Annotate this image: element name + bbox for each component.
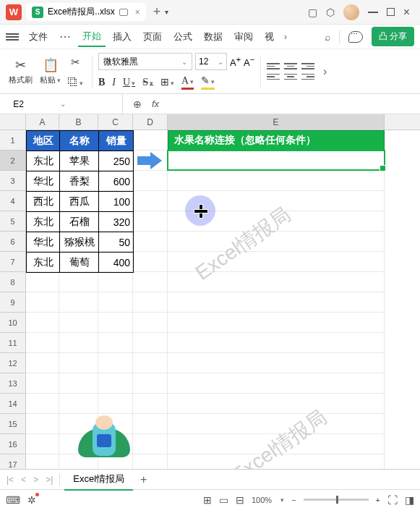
scissors-icon[interactable]: ✂ bbox=[71, 56, 80, 69]
row-header[interactable]: 9 bbox=[0, 292, 26, 313]
menu-page[interactable]: 页面 bbox=[139, 27, 166, 46]
view-normal-icon[interactable]: ⊞ bbox=[203, 494, 212, 506]
table-row[interactable]: 东北苹果250 bbox=[27, 151, 134, 171]
font-size-select[interactable]: 12⌄ bbox=[195, 53, 227, 70]
row-header[interactable]: 12 bbox=[0, 353, 26, 373]
col-header-E[interactable]: E bbox=[168, 114, 385, 130]
new-tab-button[interactable]: + bbox=[153, 4, 161, 20]
cell-reference[interactable]: E2⌄ bbox=[0, 94, 123, 114]
fx-label[interactable]: fx bbox=[152, 98, 159, 109]
toolbar-expand-icon[interactable]: › bbox=[323, 65, 327, 78]
selected-cell-E2[interactable] bbox=[167, 150, 385, 171]
avatar[interactable] bbox=[343, 4, 359, 20]
row-header[interactable]: 5 bbox=[0, 211, 26, 232]
add-sheet-button[interactable]: + bbox=[140, 473, 147, 486]
row-header[interactable]: 1 bbox=[0, 130, 26, 151]
row-header[interactable]: 2 bbox=[0, 151, 26, 171]
row-header[interactable]: 13 bbox=[0, 373, 26, 394]
row-header[interactable]: 15 bbox=[0, 414, 26, 434]
align-top-icon[interactable] bbox=[267, 63, 280, 69]
row-header[interactable]: 6 bbox=[0, 232, 26, 252]
format-brush[interactable]: ✂ 格式刷 bbox=[6, 57, 35, 85]
view-layout-icon[interactable]: ⊟ bbox=[236, 494, 244, 506]
align-right-icon[interactable] bbox=[301, 74, 314, 80]
close-tab-icon[interactable]: × bbox=[135, 7, 140, 17]
menu-more-icon[interactable]: ⋯ bbox=[59, 30, 71, 43]
row-header[interactable]: 7 bbox=[0, 252, 26, 272]
sheet-nav-next[interactable]: > bbox=[31, 475, 40, 485]
row-header[interactable]: 3 bbox=[0, 171, 26, 191]
row-header[interactable]: 4 bbox=[0, 191, 26, 211]
maximize-button[interactable] bbox=[387, 8, 395, 16]
row-header[interactable]: 16 bbox=[0, 434, 26, 454]
align-left-icon[interactable] bbox=[267, 74, 280, 80]
book-icon[interactable]: ▢ bbox=[308, 7, 317, 18]
select-all-corner[interactable] bbox=[0, 114, 26, 130]
row-header[interactable]: 8 bbox=[0, 272, 26, 292]
table-row[interactable]: 西北西瓜100 bbox=[27, 192, 134, 212]
dropdown-icon[interactable]: ▾ bbox=[165, 8, 168, 16]
view-page-icon[interactable]: ▭ bbox=[219, 494, 228, 506]
search-icon[interactable]: ⌕ bbox=[325, 31, 330, 43]
zoom-in-button[interactable]: + bbox=[376, 496, 380, 504]
share-button[interactable]: 凸分享 bbox=[372, 27, 414, 46]
strike-button[interactable]: S▾ bbox=[142, 77, 153, 88]
sheet-nav-prev[interactable]: < bbox=[19, 475, 28, 485]
cube-icon[interactable]: ⬡ bbox=[326, 7, 335, 18]
italic-button[interactable]: I bbox=[112, 77, 116, 88]
menu-formula[interactable]: 公式 bbox=[169, 27, 197, 46]
bold-button[interactable]: B bbox=[98, 77, 105, 88]
th-name[interactable]: 名称 bbox=[60, 131, 99, 151]
menu-file[interactable]: 文件 bbox=[25, 27, 52, 46]
col-header-A[interactable]: A bbox=[26, 114, 59, 130]
border-button[interactable]: ⊞▾ bbox=[160, 76, 174, 88]
hamburger-icon[interactable] bbox=[6, 33, 19, 41]
th-sales[interactable]: 销量 bbox=[99, 131, 134, 151]
copy-icon[interactable]: ⿻▾ bbox=[68, 76, 83, 88]
zoom-slider[interactable] bbox=[304, 499, 369, 501]
keyboard-icon[interactable]: ⌨ bbox=[6, 494, 20, 506]
wps-logo[interactable]: W bbox=[6, 4, 22, 20]
row-header[interactable]: 10 bbox=[0, 313, 26, 333]
align-middle-icon[interactable] bbox=[284, 63, 297, 69]
th-region[interactable]: 地区 bbox=[27, 131, 60, 151]
font-color-button[interactable]: A▾ bbox=[181, 75, 194, 90]
table-row[interactable]: 华北猕猴桃50 bbox=[27, 232, 134, 253]
sheet-nav-first[interactable]: |< bbox=[4, 475, 16, 485]
fill-color-button[interactable]: ✎▾ bbox=[201, 75, 215, 90]
font-increase-icon[interactable]: A+ bbox=[230, 55, 241, 68]
chat-icon[interactable] bbox=[348, 31, 363, 43]
underline-button[interactable]: U▾ bbox=[123, 77, 135, 88]
close-window-button[interactable]: × bbox=[403, 6, 410, 19]
menu-review[interactable]: 审阅 bbox=[230, 27, 257, 46]
zoom-out-button[interactable]: − bbox=[291, 496, 296, 504]
sheet-nav-last[interactable]: >| bbox=[43, 475, 55, 485]
align-center-icon[interactable] bbox=[284, 74, 297, 80]
font-select[interactable]: 微软雅黑⌄ bbox=[98, 53, 192, 70]
menu-view[interactable]: 视 bbox=[260, 27, 278, 46]
menu-data[interactable]: 数据 bbox=[200, 27, 227, 46]
spreadsheet-grid[interactable]: A B C D E 123456789101112131415161718 地区… bbox=[0, 114, 420, 469]
align-bottom-icon[interactable] bbox=[301, 63, 314, 69]
col-header-D[interactable]: D bbox=[133, 114, 168, 130]
menu-insert[interactable]: 插入 bbox=[108, 27, 136, 46]
zoom-value[interactable]: 100% bbox=[252, 496, 272, 504]
cut-copy[interactable]: ✂ ⿻▾ bbox=[65, 56, 86, 88]
green-header-cell[interactable]: 水果名称连接（忽略任何条件） bbox=[168, 130, 385, 151]
row-header[interactable]: 14 bbox=[0, 394, 26, 414]
row-header[interactable]: 11 bbox=[0, 333, 26, 353]
table-row[interactable]: 华北香梨600 bbox=[27, 171, 134, 192]
sidebar-icon[interactable]: ◨ bbox=[405, 494, 414, 506]
minimize-button[interactable] bbox=[368, 12, 378, 13]
window-state-icon[interactable] bbox=[119, 9, 128, 16]
row-header[interactable]: 17 bbox=[0, 454, 26, 469]
menu-home[interactable]: 开始 bbox=[78, 27, 106, 47]
font-decrease-icon[interactable]: A− bbox=[244, 55, 254, 68]
paste[interactable]: 📋 粘贴▾ bbox=[37, 57, 64, 85]
fullscreen-icon[interactable]: ⛶ bbox=[387, 494, 398, 506]
sheet-tab-active[interactable]: Excel情报局 bbox=[64, 469, 133, 491]
menu-scroll-icon[interactable]: › bbox=[284, 32, 287, 42]
settings-icon[interactable]: ✲ bbox=[27, 494, 36, 506]
zoom-cell-icon[interactable]: ⊕ bbox=[133, 98, 142, 110]
col-header-C[interactable]: C bbox=[98, 114, 133, 130]
